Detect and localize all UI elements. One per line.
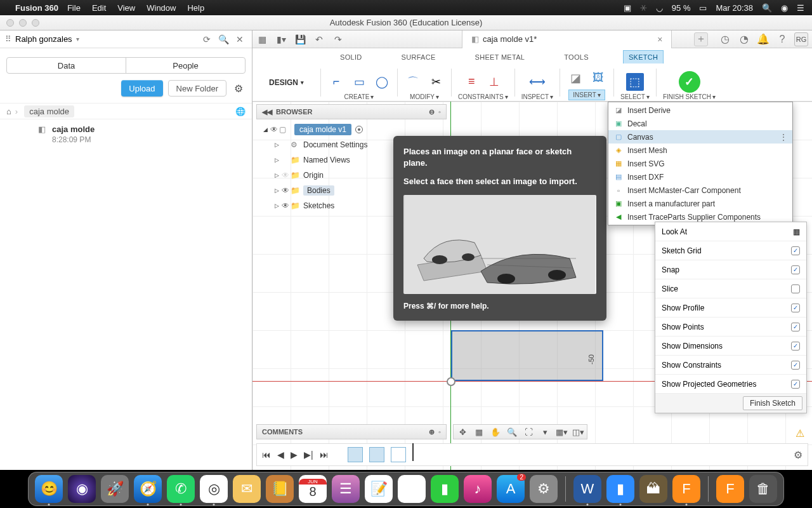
new-folder-button[interactable]: New Folder bbox=[168, 80, 226, 97]
insert-label[interactable]: INSERT ▾ bbox=[568, 90, 605, 100]
circle-tool-icon[interactable]: ◯ bbox=[373, 73, 391, 91]
dock-settings[interactable]: ⚙ bbox=[530, 475, 558, 503]
zoom-icon[interactable]: 🔍 bbox=[506, 425, 518, 438]
save-icon[interactable]: 💾 bbox=[292, 31, 308, 48]
viewport-icon[interactable]: ◫▾ bbox=[572, 425, 584, 438]
finish-sketch-button[interactable]: Finish Sketch bbox=[743, 396, 802, 410]
p-show-points[interactable]: Show Points bbox=[655, 318, 806, 337]
canvas[interactable]: -50 ◀◀BROWSER ⊖◦ ◢👁▢ caja molde v1 ▷👁⚙Do… bbox=[252, 102, 812, 470]
pan-icon[interactable]: ✋ bbox=[489, 425, 502, 438]
dock-fusion[interactable]: F bbox=[672, 475, 700, 503]
finish-sketch-icon[interactable]: ✓ bbox=[679, 71, 700, 93]
p-show-profile[interactable]: Show Profile bbox=[655, 298, 806, 318]
warning-icon[interactable]: ⚠ bbox=[796, 427, 804, 439]
tab-sketch[interactable]: SKETCH bbox=[623, 50, 664, 64]
tl-feature-1[interactable] bbox=[348, 447, 363, 462]
dock-contacts[interactable]: 📒 bbox=[266, 475, 294, 503]
line-tool-icon[interactable]: ⌐ bbox=[327, 73, 345, 91]
dock-launchpad[interactable]: 🚀 bbox=[101, 475, 129, 503]
tl-first-icon[interactable]: ⏮ bbox=[262, 450, 271, 460]
dock-photos[interactable]: ❀ bbox=[398, 475, 426, 503]
p-snap[interactable]: Snap bbox=[655, 260, 806, 279]
inspect-label[interactable]: INSPECT ▾ bbox=[521, 93, 553, 100]
palette-lookat[interactable]: Look At▦ bbox=[655, 222, 806, 241]
dock-appstore[interactable]: A2 bbox=[497, 475, 525, 503]
tab-solid[interactable]: SOLID bbox=[335, 51, 367, 64]
menu-help[interactable]: Help bbox=[187, 3, 204, 13]
tl-last-icon[interactable]: ⏭ bbox=[320, 450, 329, 460]
menu-edit[interactable]: Edit bbox=[92, 3, 106, 13]
sketch-rectangle[interactable] bbox=[451, 330, 603, 381]
menu-window[interactable]: Window bbox=[147, 3, 176, 13]
dock-chrome[interactable]: ◎ bbox=[200, 475, 228, 503]
breadcrumb-project[interactable]: caja molde bbox=[24, 105, 74, 117]
dock-notes[interactable]: 📝 bbox=[365, 475, 393, 503]
origin-marker[interactable] bbox=[447, 377, 455, 386]
orbit-icon[interactable]: ✥ bbox=[456, 425, 469, 438]
modify-label[interactable]: MODIFY ▾ bbox=[410, 93, 439, 100]
tl-gear-icon[interactable]: ⚙ bbox=[794, 449, 802, 461]
rectangle-tool-icon[interactable]: ▭ bbox=[350, 73, 368, 91]
mi-canvas[interactable]: ▢Canvas⋮ bbox=[608, 130, 792, 144]
bluetooth-icon[interactable]: ⚹ bbox=[640, 3, 647, 13]
dock-trash[interactable]: 🗑 bbox=[749, 475, 777, 503]
battery-icon[interactable]: ▭ bbox=[699, 3, 707, 13]
grid-icon[interactable]: ▦ bbox=[254, 31, 270, 48]
select-icon[interactable]: ⬚ bbox=[626, 73, 644, 91]
tl-play-icon[interactable]: ▶ bbox=[291, 450, 298, 460]
tab-surface[interactable]: SURFACE bbox=[396, 51, 441, 64]
dock-facetime[interactable]: ▮ bbox=[431, 475, 459, 503]
dock-safari[interactable]: 🧭 bbox=[134, 475, 162, 503]
facetime-icon[interactable]: ▣ bbox=[624, 3, 631, 13]
finish-label[interactable]: FINISH SKETCH ▾ bbox=[663, 93, 716, 100]
close-tab-icon[interactable]: × bbox=[657, 34, 662, 44]
notifications-icon[interactable]: 🔔 bbox=[755, 31, 771, 48]
dock-calendar[interactable]: JUN8 bbox=[299, 475, 327, 503]
dock-zoom[interactable]: ▮ bbox=[606, 475, 634, 503]
browser-header[interactable]: ◀◀BROWSER ⊖◦ bbox=[256, 104, 447, 119]
grid-nav-icon[interactable]: ▦▾ bbox=[555, 425, 568, 438]
tl-feature-3[interactable] bbox=[391, 447, 406, 462]
tab-sheetmetal[interactable]: SHEET METAL bbox=[470, 51, 530, 64]
fit-icon[interactable]: ⛶ bbox=[522, 425, 535, 438]
menubar-app[interactable]: Fusion 360 bbox=[15, 3, 58, 13]
select-label[interactable]: SELECT ▾ bbox=[620, 93, 650, 100]
globe-icon[interactable]: 🌐 bbox=[235, 107, 246, 116]
tab-tools[interactable]: TOOLS bbox=[559, 51, 594, 64]
dock-music[interactable]: ♪ bbox=[464, 475, 492, 503]
redo-icon[interactable]: ↷ bbox=[330, 31, 346, 48]
document-tab[interactable]: ◧ caja molde v1* × bbox=[462, 30, 672, 48]
refresh-icon[interactable]: ⟳ bbox=[200, 32, 214, 46]
comments-bar[interactable]: COMMENTS⊕◦ bbox=[256, 424, 447, 439]
image-icon[interactable]: 🖼 bbox=[589, 69, 607, 87]
file-icon[interactable]: ▮▾ bbox=[273, 31, 289, 48]
display-icon[interactable]: ▾ bbox=[539, 425, 551, 438]
clock[interactable]: Mar 20:38 bbox=[716, 3, 753, 13]
p-sketch-grid[interactable]: Sketch Grid bbox=[655, 241, 806, 260]
workspace-dropdown[interactable]: DESIGN▾ bbox=[263, 74, 310, 91]
dock-whatsapp[interactable]: ✆ bbox=[167, 475, 195, 503]
dock-reminders[interactable]: ☰ bbox=[332, 475, 360, 503]
constraints-label[interactable]: CONSTRAINTS ▾ bbox=[458, 93, 508, 100]
dock-siri[interactable]: ◉ bbox=[68, 475, 96, 503]
p-show-projected[interactable]: Show Projected Geometries bbox=[655, 375, 806, 394]
dimension-icon[interactable]: ⊥ bbox=[485, 73, 503, 91]
mi-decal[interactable]: ▣Decal bbox=[608, 117, 792, 130]
undo-icon[interactable]: ↶ bbox=[311, 31, 327, 48]
menu-file[interactable]: File bbox=[67, 3, 81, 13]
dock-fusion2[interactable]: F bbox=[716, 475, 744, 503]
record-icon[interactable] bbox=[355, 126, 363, 133]
dock-finder[interactable]: 😊 bbox=[35, 475, 63, 503]
spotlight-icon[interactable]: 🔍 bbox=[762, 3, 772, 13]
fillet-icon[interactable]: ⌒ bbox=[404, 73, 422, 91]
new-doc-icon[interactable]: ＋ bbox=[694, 32, 708, 46]
extensions-icon[interactable]: ◷ bbox=[717, 31, 733, 48]
file-item[interactable]: ◧ caja molde 8:28:09 PM bbox=[0, 119, 252, 149]
jobs-icon[interactable]: ◔ bbox=[736, 31, 752, 48]
upload-button[interactable]: Upload bbox=[121, 80, 162, 97]
p-show-dimensions[interactable]: Show Dimensions bbox=[655, 337, 806, 356]
mi-insert-dxf[interactable]: ▤Insert DXF bbox=[608, 170, 792, 184]
dock-mail[interactable]: ✉ bbox=[233, 475, 261, 503]
mi-insert-svg[interactable]: ▦Insert SVG bbox=[608, 157, 792, 170]
menu-view[interactable]: View bbox=[117, 3, 135, 13]
